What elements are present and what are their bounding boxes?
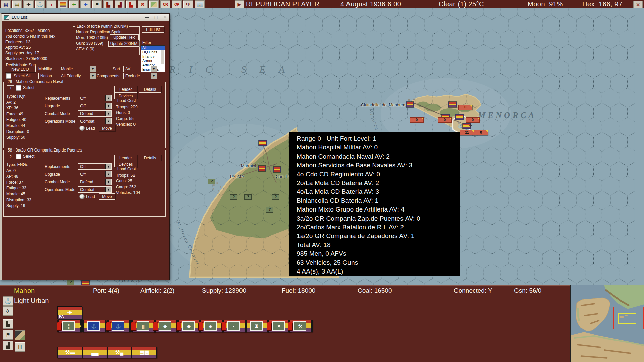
chevron-down-icon[interactable]: ▼ bbox=[105, 164, 111, 169]
leader-button[interactable]: Leader bbox=[114, 86, 137, 93]
hq-tool-button[interactable]: H bbox=[15, 342, 25, 352]
select-all-checkbox[interactable] bbox=[6, 73, 11, 79]
sort-dropdown[interactable]: AV ▼ bbox=[123, 66, 157, 72]
chevron-down-icon[interactable]: ▼ bbox=[105, 95, 111, 101]
exit-button[interactable]: ✕ bbox=[633, 1, 643, 8]
lead-radio[interactable] bbox=[79, 126, 85, 131]
upgrade-dropdown[interactable]: Off ▼ bbox=[78, 171, 112, 177]
ship-tool-button[interactable]: ▙ bbox=[3, 319, 13, 329]
engineer-counter[interactable]: ⚒- bbox=[288, 320, 313, 332]
unit-flag-counter[interactable] bbox=[273, 167, 281, 172]
factory-tool-button[interactable]: ▟ bbox=[3, 341, 13, 350]
flag-tool-button[interactable]: ⚑ bbox=[3, 330, 13, 340]
device-counter[interactable]: ◈- bbox=[177, 320, 201, 332]
unit-flag-counter[interactable] bbox=[448, 102, 457, 107]
chevron-down-icon[interactable]: ▼ bbox=[105, 111, 111, 116]
air-group-counter[interactable]: ✈ PA bbox=[57, 306, 82, 319]
transport-group-counter[interactable]: ▄▄ bbox=[82, 347, 108, 358]
chevron-down-icon[interactable]: ▼ bbox=[105, 179, 111, 185]
signal-antenna-icon[interactable]: Ψ bbox=[183, 0, 193, 8]
coastal-gun-counter[interactable]: ♜- bbox=[245, 320, 269, 332]
combat-mode-dropdown[interactable]: Defend ▼ bbox=[78, 179, 112, 185]
cargo-ships-counter[interactable]: ▤▦ bbox=[131, 347, 157, 358]
unit-flag-counter[interactable] bbox=[258, 166, 266, 171]
unknown-unit-counter[interactable]: ? bbox=[272, 194, 279, 200]
weather-icon[interactable]: ☼ bbox=[195, 0, 205, 8]
air-transfer-icon[interactable]: ✈ bbox=[23, 0, 34, 8]
replacements-dropdown[interactable]: Off ▼ bbox=[78, 163, 112, 170]
supply-icon[interactable]: S bbox=[138, 0, 148, 8]
filter-scrollbar[interactable] bbox=[161, 50, 164, 64]
transport-ship-icon[interactable]: ▟ bbox=[115, 0, 125, 8]
chevron-down-icon[interactable]: ▼ bbox=[105, 118, 111, 124]
upgrade-dropdown[interactable]: Off ▼ bbox=[78, 103, 112, 109]
chevron-down-icon[interactable]: ▼ bbox=[90, 66, 96, 72]
anchor-tool-button[interactable]: ⚓ bbox=[3, 296, 13, 306]
full-list-button[interactable]: Full List bbox=[142, 26, 164, 33]
unit-flag-counter[interactable] bbox=[259, 140, 267, 146]
unknown-unit-counter[interactable]: ? bbox=[67, 280, 74, 285]
combat-mode-dropdown[interactable]: Defend ▼ bbox=[78, 110, 112, 117]
lead-radio[interactable] bbox=[79, 194, 85, 199]
repair-ship-counter[interactable]: ⚒▬ bbox=[57, 347, 83, 358]
blue-plane-icon[interactable]: ✈ bbox=[80, 0, 91, 8]
chevron-down-icon[interactable]: ▼ bbox=[105, 171, 111, 177]
chevron-down-icon[interactable]: ▼ bbox=[105, 187, 111, 192]
flag-marker-icon[interactable]: ⚑ bbox=[92, 0, 102, 8]
unknown-unit-counter[interactable]: ? bbox=[244, 194, 252, 200]
minimap-thumb-button[interactable] bbox=[15, 330, 25, 340]
spain-flag-icon[interactable] bbox=[58, 0, 68, 8]
device-counter[interactable]: ◈- bbox=[154, 320, 178, 332]
engineer-road-counter[interactable]: ╬= bbox=[57, 320, 82, 332]
update-hex-button[interactable]: Update Hex bbox=[110, 34, 139, 40]
save-icon[interactable]: ▦ bbox=[1, 0, 11, 8]
chevron-down-icon[interactable]: ▼ bbox=[105, 103, 111, 109]
operations-icon[interactable]: OP bbox=[172, 0, 182, 8]
strength-counter[interactable]: 0 bbox=[438, 117, 452, 123]
device-counter[interactable]: ◈- bbox=[199, 320, 223, 332]
info-icon[interactable]: i bbox=[46, 0, 56, 8]
base-unit-counter[interactable]: ▪= bbox=[222, 320, 246, 332]
green-plane-icon[interactable]: ✈ bbox=[69, 0, 79, 8]
leader-button[interactable]: Leader bbox=[114, 155, 137, 161]
close-icon[interactable]: ✕ bbox=[163, 15, 167, 20]
strength-counter[interactable]: 0 bbox=[458, 105, 472, 110]
terrain-map-icon[interactable] bbox=[149, 0, 159, 8]
new-lcu-button[interactable]: New LCU bbox=[5, 66, 36, 72]
minimize-icon[interactable]: — bbox=[145, 15, 149, 20]
operations-mode-dropdown[interactable]: Combat ▼ bbox=[78, 118, 112, 124]
details-button[interactable]: Details bbox=[139, 155, 161, 161]
operations-mode-dropdown[interactable]: Combat ▼ bbox=[78, 186, 112, 193]
orders-list-icon[interactable]: ▤ bbox=[12, 0, 22, 8]
unit-flag-counter[interactable] bbox=[406, 102, 414, 107]
unit-flag-counter[interactable] bbox=[455, 114, 464, 120]
chevron-down-icon[interactable]: ▼ bbox=[151, 66, 157, 72]
chevron-down-icon[interactable]: ▼ bbox=[90, 73, 96, 79]
update-200nm-button[interactable]: Update 200NM bbox=[108, 41, 139, 47]
naval-transfer-icon[interactable]: ⚓ bbox=[35, 0, 45, 8]
minimap[interactable] bbox=[570, 285, 644, 362]
replacements-dropdown[interactable]: Off ▼ bbox=[78, 95, 112, 101]
combat-report-icon[interactable]: CR bbox=[160, 0, 170, 8]
strength-counter[interactable]: 0 bbox=[410, 117, 424, 123]
filter-option-all[interactable]: All bbox=[141, 46, 165, 50]
select-all-button[interactable]: Select All bbox=[5, 73, 39, 79]
mobility-dropdown[interactable]: Mobile ▼ bbox=[59, 66, 96, 72]
unit-select-checkbox[interactable] bbox=[16, 85, 21, 90]
base-name[interactable]: Mahon bbox=[14, 287, 35, 295]
strength-counter[interactable]: 0 bbox=[466, 117, 480, 123]
details-button[interactable]: Details bbox=[139, 86, 161, 93]
strength-counter[interactable]: 11 bbox=[460, 130, 474, 135]
tender-ship-counter[interactable]: ⚒▄ bbox=[107, 347, 132, 358]
naval-hq-counter[interactable]: ⚓- bbox=[107, 320, 131, 332]
artillery-counter[interactable]: |||- bbox=[131, 320, 156, 332]
unknown-unit-counter[interactable]: ? bbox=[266, 207, 273, 213]
strength-counter[interactable]: 0 bbox=[474, 130, 488, 135]
naval-base-counter[interactable]: ⚓ bbox=[82, 320, 106, 332]
unit-select-checkbox[interactable] bbox=[16, 154, 21, 159]
industry-icon[interactable]: ▙ bbox=[126, 0, 136, 8]
window-titlebar[interactable]: LCU List — ▢ ✕ bbox=[2, 14, 169, 21]
aircraft-tool-button[interactable]: ✈ bbox=[3, 306, 13, 316]
unknown-unit-counter[interactable]: ? bbox=[230, 194, 237, 200]
maximize-icon[interactable]: ▢ bbox=[154, 15, 158, 20]
